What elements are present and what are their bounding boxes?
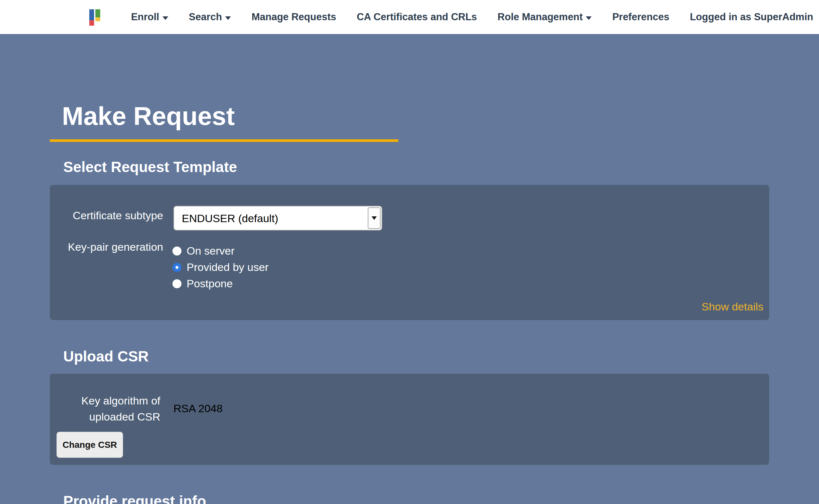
radio-label: On server bbox=[187, 245, 234, 257]
radio-button-icon[interactable] bbox=[172, 263, 181, 272]
nav-item-label: Manage Requests bbox=[251, 11, 336, 23]
certificate-subtype-label: Certificate subtype bbox=[57, 208, 163, 222]
certificate-subtype-selected-value: ENDUSER (default) bbox=[182, 212, 278, 224]
nav-item-label: Enroll bbox=[131, 11, 159, 23]
nav-menu: Enroll Search Manage Requests CA Certifi… bbox=[118, 11, 819, 23]
radio-postpone[interactable]: Postpone bbox=[172, 275, 268, 292]
certificate-subtype-select[interactable]: ENDUSER (default) bbox=[173, 206, 382, 230]
key-algorithm-value: RSA 2048 bbox=[173, 401, 222, 415]
page-title: Make Request bbox=[50, 101, 398, 142]
section-heading-provide-request-info: Provide request info bbox=[63, 493, 206, 504]
nav-item-preferences[interactable]: Preferences bbox=[612, 11, 669, 23]
nav-item-label: Logged in as SuperAdmin bbox=[690, 11, 813, 23]
nav-item-label: Preferences bbox=[612, 11, 669, 23]
show-details-link[interactable]: Show details bbox=[701, 300, 763, 313]
radio-label: Provided by user bbox=[187, 261, 268, 274]
keypair-generation-label: Key-pair generation bbox=[57, 240, 163, 254]
nav-item-label: CA Certificates and CRLs bbox=[357, 11, 477, 23]
caret-down-icon bbox=[162, 16, 168, 20]
select-request-template-panel: Certificate subtype ENDUSER (default) Ke… bbox=[50, 185, 769, 320]
select-dropdown-arrow-icon[interactable] bbox=[368, 207, 380, 229]
logo-bar-green bbox=[95, 9, 100, 17]
radio-label: Postpone bbox=[187, 277, 233, 290]
change-csr-button[interactable]: Change CSR bbox=[57, 432, 123, 458]
section-heading-select-request-template: Select Request Template bbox=[63, 159, 237, 175]
logo-bar-yellow bbox=[95, 17, 100, 21]
radio-on-server[interactable]: On server bbox=[172, 243, 268, 259]
key-algorithm-label: Key algorithm of uploaded CSR bbox=[54, 393, 160, 425]
ejbca-logo-icon[interactable] bbox=[89, 9, 101, 26]
nav-item-label: Role Management bbox=[498, 11, 583, 23]
radio-button-icon[interactable] bbox=[172, 247, 181, 256]
caret-down-icon bbox=[225, 16, 231, 20]
upload-csr-panel: Key algorithm of uploaded CSR RSA 2048 C… bbox=[50, 374, 769, 465]
logo-bar-blue bbox=[89, 9, 94, 20]
nav-item-role-management[interactable]: Role Management bbox=[498, 11, 592, 23]
nav-item-ca-certificates-and-crls[interactable]: CA Certificates and CRLs bbox=[357, 11, 477, 23]
top-navbar: Enroll Search Manage Requests CA Certifi… bbox=[0, 0, 819, 34]
radio-button-icon[interactable] bbox=[172, 279, 181, 288]
nav-item-logged-in-as[interactable]: Logged in as SuperAdmin bbox=[690, 11, 813, 23]
logo-bar-red bbox=[89, 20, 94, 26]
nav-item-enroll[interactable]: Enroll bbox=[131, 11, 168, 23]
keypair-generation-radio-group: On server Provided by user Postpone bbox=[172, 243, 268, 292]
main-content: Make Request Select Request Template Cer… bbox=[0, 34, 819, 504]
caret-down-icon bbox=[586, 16, 592, 20]
nav-item-label: Search bbox=[189, 11, 222, 23]
triangle-down-icon bbox=[371, 216, 377, 220]
nav-item-manage-requests[interactable]: Manage Requests bbox=[251, 11, 336, 23]
radio-provided-by-user[interactable]: Provided by user bbox=[172, 259, 268, 275]
nav-item-search[interactable]: Search bbox=[189, 11, 231, 23]
section-heading-upload-csr: Upload CSR bbox=[63, 348, 149, 365]
